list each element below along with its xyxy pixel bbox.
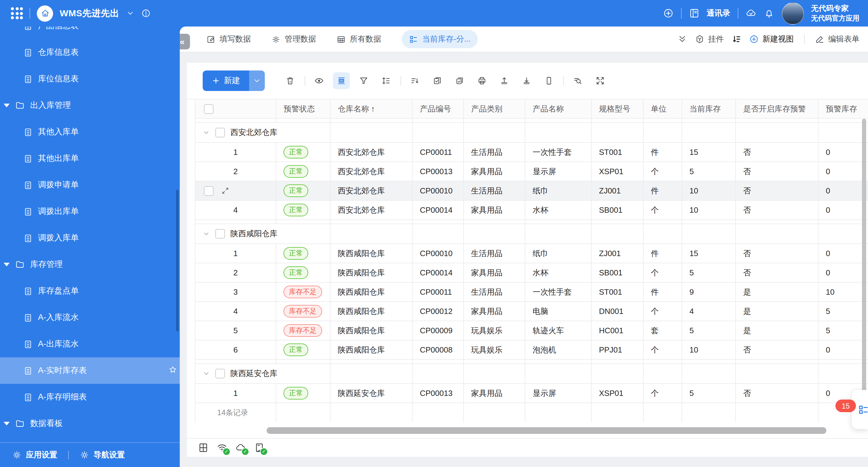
- sidebar-item-9[interactable]: 库存管理: [0, 251, 180, 278]
- copy-check-icon[interactable]: [429, 72, 446, 89]
- group-collapse-icon[interactable]: [203, 230, 210, 237]
- table-row[interactable]: 5库存不足陕西咸阳仓库CP00009玩具娱乐轨迹火车HC001套5是5: [195, 321, 868, 340]
- export-icon[interactable]: [518, 72, 535, 89]
- nav-settings-button[interactable]: 导航设置: [80, 449, 125, 460]
- group-checkbox[interactable]: [215, 369, 225, 378]
- group-checkbox[interactable]: [215, 128, 225, 137]
- sidebar-item-7[interactable]: 调拨出库单: [0, 198, 180, 225]
- contacts-icon[interactable]: [688, 8, 700, 19]
- table-row[interactable]: 2正常西安北郊仓库CP00013家具用品显示屏XSP01个5否0: [195, 162, 868, 181]
- app-settings-button[interactable]: 应用设置: [12, 449, 57, 460]
- device-sync-icon[interactable]: ✓: [254, 442, 265, 453]
- widget-button[interactable]: 挂件: [695, 34, 724, 44]
- column-header-label[interactable]: 单位: [651, 103, 666, 114]
- triangle-down-icon[interactable]: [4, 263, 10, 266]
- table-row[interactable]: 1正常西安北郊仓库CP00011生活用品一次性手套ST001件15否0: [195, 143, 868, 162]
- network-status-icon[interactable]: ✓: [217, 442, 227, 453]
- sidebar-item-8[interactable]: 调拨入库单: [0, 225, 180, 251]
- expand-record-icon[interactable]: [221, 187, 229, 195]
- duplicate-check-icon[interactable]: [451, 72, 468, 89]
- sidebar-item-2[interactable]: 库位信息表: [0, 66, 180, 92]
- sidebar-item-4[interactable]: 其他入库单: [0, 119, 180, 145]
- column-header-label[interactable]: 产品编号: [420, 103, 451, 114]
- sidebar-scrollbar[interactable]: [176, 190, 179, 331]
- sidebar-item-1[interactable]: 仓库信息表: [0, 39, 180, 66]
- tab-3[interactable]: 当前库存-分...: [402, 30, 478, 48]
- new-view-button[interactable]: 新建视图: [749, 34, 794, 44]
- row-height-icon[interactable]: [333, 72, 350, 89]
- filter-icon[interactable]: [355, 72, 372, 89]
- tab-1[interactable]: 管理数据: [272, 34, 316, 44]
- table-row[interactable]: 3库存不足陕西咸阳仓库CP00011生活用品一次性手套ST001件9是10: [195, 282, 868, 302]
- table-row[interactable]: 4库存不足陕西咸阳仓库CP00012家具用品电脑DN001个4是5: [195, 302, 868, 321]
- sidebar-item-0[interactable]: 产品信息表: [0, 27, 180, 39]
- add-icon[interactable]: [662, 8, 674, 19]
- table-row[interactable]: 2正常陕西咸阳仓库CP00014家具用品水杯SB001个5否0: [195, 263, 868, 282]
- column-header-label[interactable]: 仓库名称: [338, 103, 369, 114]
- fullscreen-icon[interactable]: [592, 72, 609, 89]
- favorite-star-icon[interactable]: [168, 365, 177, 374]
- sidebar-item-12[interactable]: A-出库流水: [0, 331, 180, 357]
- mobile-icon[interactable]: [540, 72, 557, 89]
- delete-icon[interactable]: [282, 72, 299, 89]
- horizontal-scrollbar[interactable]: [267, 427, 826, 434]
- new-record-dropdown[interactable]: [249, 70, 265, 91]
- user-avatar[interactable]: [781, 2, 804, 24]
- column-header-label[interactable]: 产品名称: [533, 103, 564, 114]
- table-row[interactable]: 1正常陕西咸阳仓库CP00010生活用品纸巾ZJ001件15否0: [195, 244, 868, 263]
- select-all-checkbox[interactable]: [204, 104, 214, 113]
- new-record-button[interactable]: 新建: [203, 70, 249, 91]
- sidebar-item-11[interactable]: A-入库流水: [0, 304, 180, 331]
- sidebar-item-3[interactable]: 出入库管理: [0, 92, 180, 119]
- group-checkbox[interactable]: [215, 229, 225, 239]
- table-search-icon[interactable]: [569, 72, 586, 89]
- info-icon[interactable]: [141, 8, 151, 18]
- view-sort-icon[interactable]: [732, 34, 741, 44]
- cloud-check-icon[interactable]: [745, 8, 756, 19]
- contacts-label[interactable]: 通讯录: [707, 8, 730, 19]
- home-icon[interactable]: [37, 5, 53, 22]
- tab-0[interactable]: 填写数据: [206, 34, 251, 44]
- print-icon[interactable]: [473, 72, 490, 89]
- sidebar-item-13[interactable]: A-实时库存表: [0, 357, 180, 384]
- column-header-label[interactable]: 预警状态: [283, 103, 315, 114]
- column-header-label[interactable]: 预警库存: [826, 103, 857, 114]
- column-header-label[interactable]: 规格型号: [599, 103, 630, 114]
- visibility-icon[interactable]: [311, 72, 328, 89]
- column-header-label[interactable]: 产品类别: [471, 103, 502, 114]
- divider: [30, 8, 30, 19]
- sidebar-item-15[interactable]: 数据看板: [0, 410, 180, 437]
- grid-status-icon[interactable]: [198, 442, 209, 453]
- sidebar-item-10[interactable]: 库存盘点单: [0, 278, 180, 304]
- more-views-icon[interactable]: [677, 34, 687, 44]
- cloud-sync-icon[interactable]: ✓: [235, 442, 246, 453]
- app-launcher-icon[interactable]: [11, 7, 23, 19]
- import-icon[interactable]: [496, 72, 513, 89]
- group-header-row[interactable]: 陕西延安仓库: [195, 364, 868, 384]
- vertical-scrollbar[interactable]: [862, 119, 866, 407]
- notification-bell-icon[interactable]: [763, 8, 774, 19]
- table-row[interactable]: 1正常陕西延安仓库CP00013家具用品显示屏XSP01个5否0: [195, 384, 868, 403]
- triangle-down-icon[interactable]: [4, 422, 10, 426]
- group-collapse-icon[interactable]: [203, 370, 210, 377]
- group-collapse-icon[interactable]: [203, 129, 210, 136]
- line-height-icon[interactable]: [378, 72, 395, 89]
- column-header-label[interactable]: 当前库存: [689, 103, 721, 114]
- user-name: 无代码专家: [811, 4, 860, 14]
- triangle-down-icon[interactable]: [4, 104, 10, 107]
- sidebar-item-6[interactable]: 调拨申请单: [0, 172, 180, 198]
- chevron-down-icon[interactable]: [126, 9, 134, 18]
- sort-icon[interactable]: [407, 72, 424, 89]
- sidebar-collapse-button[interactable]: «: [180, 34, 190, 49]
- sidebar-item-14[interactable]: A-库存明细表: [0, 384, 180, 410]
- tab-2[interactable]: 所有数据: [337, 34, 381, 44]
- table-row[interactable]: 6正常陕西咸阳仓库CP00008玩具娱乐泡泡机PPJ01个10否0: [195, 340, 868, 360]
- table-row[interactable]: 4正常西安北郊仓库CP00014家具用品水杯SB001个10否0: [195, 201, 868, 220]
- sidebar-item-5[interactable]: 其他出库单: [0, 145, 180, 172]
- table-row[interactable]: 正常西安北郊仓库CP00010生活用品纸巾ZJ001件10否0: [195, 181, 868, 201]
- row-checkbox[interactable]: [204, 186, 214, 196]
- column-header-label[interactable]: 是否开启库存预警: [743, 103, 806, 114]
- edit-form-button[interactable]: 编辑表单: [815, 34, 860, 44]
- group-header-row[interactable]: 陕西咸阳仓库: [195, 224, 868, 244]
- group-header-row[interactable]: 西安北郊仓库: [195, 123, 868, 143]
